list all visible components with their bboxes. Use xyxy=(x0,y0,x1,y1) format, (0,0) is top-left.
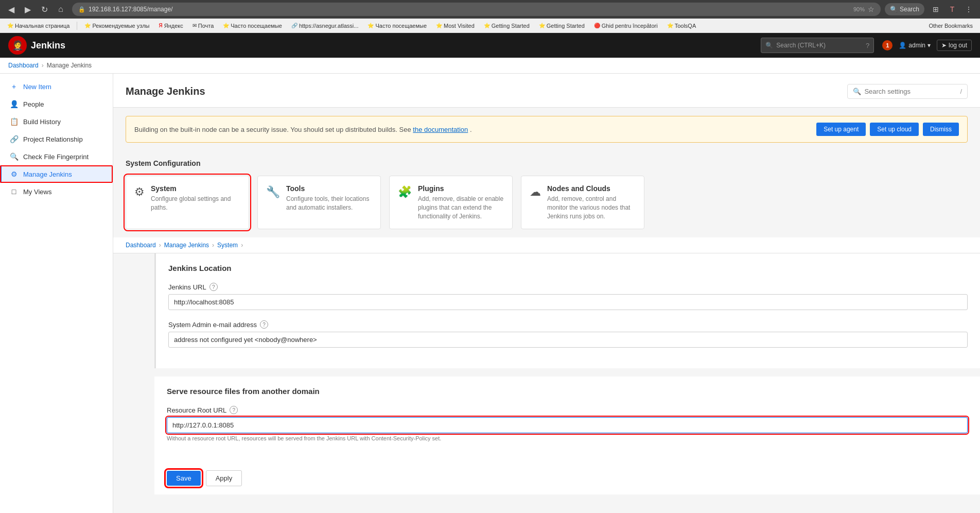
jenkins-header: 🤵 Jenkins 🔍 ? 1 👤 admin ▾ ➤ log out xyxy=(0,33,980,58)
system-card[interactable]: ⚙ System Configure global settings and p… xyxy=(126,176,249,229)
save-button[interactable]: Save xyxy=(167,471,201,486)
sidebar: + New Item 👤 People 📋 Build History 🔗 Pr… xyxy=(0,74,113,513)
tools-card-icon: 🔧 xyxy=(266,185,280,199)
recommended-icon: ⭐ xyxy=(84,23,91,28)
warning-doc-link[interactable]: the documentation xyxy=(413,126,468,133)
toolsqa-icon: ⭐ xyxy=(667,23,673,28)
system-card-content: System Configure global settings and pat… xyxy=(151,184,240,212)
menu-button[interactable]: ⋮ xyxy=(961,2,976,16)
home-button[interactable]: ⌂ xyxy=(54,2,68,16)
content-breadcrumb-system[interactable]: System xyxy=(217,242,238,249)
content-breadcrumb-manage[interactable]: Manage Jenkins xyxy=(164,242,209,249)
bookmark-frequent2[interactable]: ⭐ Часто посещаемые xyxy=(364,22,430,30)
resource-url-group: Resource Root URL ? Without a resource r… xyxy=(167,406,968,441)
forward-button[interactable]: ▶ xyxy=(21,2,35,16)
breadcrumb-dashboard[interactable]: Dashboard xyxy=(8,62,39,69)
sidebar-item-my-views[interactable]: □ My Views xyxy=(0,183,113,200)
logout-button[interactable]: ➤ log out xyxy=(937,40,972,51)
jenkins-search-input[interactable] xyxy=(776,42,863,49)
bookmark-atlassian[interactable]: 🔗 https://asnegur.atlassi... xyxy=(288,22,362,30)
sidebar-item-project-relationship[interactable]: 🔗 Project Relationship xyxy=(0,130,113,148)
tools-card[interactable]: 🔧 Tools Configure tools, their locations… xyxy=(257,176,381,229)
system-card-icon: ⚙ xyxy=(134,185,145,199)
jenkins-url-input[interactable] xyxy=(168,294,968,310)
jenkins-logo[interactable]: 🤵 Jenkins xyxy=(8,36,65,55)
most-visited-icon: ⭐ xyxy=(436,23,442,28)
back-button[interactable]: ◀ xyxy=(4,2,19,16)
system-card-title: System xyxy=(151,184,240,193)
mail-icon: ✉ xyxy=(192,23,197,28)
page-title: Manage Jenkins xyxy=(126,86,205,97)
serve-resource-title: Serve resource files from another domain xyxy=(167,387,968,396)
getting-started-2-icon: ⭐ xyxy=(539,23,545,28)
jenkins-search-help[interactable]: ? xyxy=(866,42,869,49)
resource-url-hint: Without a resource root URL, resources w… xyxy=(167,435,968,441)
resource-url-help-icon[interactable]: ? xyxy=(230,406,238,414)
check-file-icon: 🔍 xyxy=(10,152,18,161)
sidebar-item-people[interactable]: 👤 People xyxy=(0,95,113,113)
bookmark-mail[interactable]: ✉ Почта xyxy=(189,22,217,30)
security-badge[interactable]: 1 xyxy=(882,40,892,50)
bookmark-toolsqa[interactable]: ⭐ ToolsQA xyxy=(664,22,699,30)
refresh-button[interactable]: ↻ xyxy=(37,2,51,16)
admin-email-input[interactable] xyxy=(168,332,968,348)
tools-card-title: Tools xyxy=(286,184,372,193)
search-settings-help[interactable]: / xyxy=(960,88,962,95)
content-breadcrumb-sep2: › xyxy=(212,242,214,249)
tools-card-desc: Configure tools, their locations and aut… xyxy=(286,195,372,212)
jenkins-location-title: Jenkins Location xyxy=(168,264,968,272)
sidebar-item-build-history[interactable]: 📋 Build History xyxy=(0,113,113,130)
admin-button[interactable]: 👤 admin ▾ xyxy=(899,42,931,49)
config-cards: ⚙ System Configure global settings and p… xyxy=(126,176,968,229)
jenkins-search-box[interactable]: 🔍 ? xyxy=(761,38,874,53)
browser-actions: ⊞ T ⋮ xyxy=(929,2,976,16)
bookmark-recommended[interactable]: ⭐ Рекомендуемые узлы xyxy=(81,22,152,30)
search-settings-icon: 🔍 xyxy=(853,88,861,95)
search-icon: 🔍 xyxy=(890,6,898,13)
sidebar-people-label: People xyxy=(23,100,44,108)
browser-search-button[interactable]: 🔍 Search xyxy=(885,3,924,15)
bookmark-getting-started-1[interactable]: ⭐ Getting Started xyxy=(481,22,533,30)
bookmark-most-visited[interactable]: ⭐ Most Visited xyxy=(433,22,478,30)
search-settings-box[interactable]: 🔍 / xyxy=(847,84,968,99)
plugins-card[interactable]: 🧩 Plugins Add, remove, disable or enable… xyxy=(389,176,513,229)
bookmark-yandex[interactable]: Я Яндекс xyxy=(156,22,186,30)
resource-url-input[interactable] xyxy=(167,417,968,433)
address-bar[interactable]: 🔒 192.168.16.127:8085/manage/ 90% ☆ xyxy=(72,3,881,16)
admin-email-help-icon[interactable]: ? xyxy=(260,320,268,329)
nodes-card[interactable]: ☁ Nodes and Clouds Add, remove, control … xyxy=(521,176,644,229)
jenkins-url-help-icon[interactable]: ? xyxy=(209,283,218,291)
star-icon[interactable]: ☆ xyxy=(868,5,874,13)
bookmark-frequent[interactable]: ⭐ Часто посещаемые xyxy=(220,22,285,30)
jenkins-location-section: Jenkins Location Jenkins URL ? System Ad… xyxy=(154,253,980,368)
nodes-card-icon: ☁ xyxy=(530,185,541,199)
search-settings-input[interactable] xyxy=(864,88,957,95)
new-item-icon: + xyxy=(10,82,18,91)
address-text: 192.168.16.127:8085/manage/ xyxy=(89,6,850,13)
lock-icon: 🔒 xyxy=(78,6,85,13)
sidebar-item-manage-jenkins[interactable]: ⚙ Manage Jenkins xyxy=(0,165,113,183)
bookmark-home[interactable]: ⭐ Начальная страница xyxy=(4,22,73,30)
home-bookmark-icon: ⭐ xyxy=(7,23,13,28)
dismiss-button[interactable]: Dismiss xyxy=(923,123,959,136)
content-breadcrumb-dashboard[interactable]: Dashboard xyxy=(126,242,156,249)
admin-email-group: System Admin e-mail address ? xyxy=(168,320,968,348)
sidebar-manage-jenkins-label: Manage Jenkins xyxy=(23,170,72,178)
warning-buttons: Set up agent Set up cloud Dismiss xyxy=(816,123,959,136)
apply-button[interactable]: Apply xyxy=(206,470,242,486)
extensions-button[interactable]: ⊞ xyxy=(929,2,943,16)
zoom-level: 90% xyxy=(853,6,865,12)
header-actions: 1 👤 admin ▾ ➤ log out xyxy=(882,40,972,51)
sidebar-project-relationship-label: Project Relationship xyxy=(23,135,83,143)
admin-email-label: System Admin e-mail address ? xyxy=(168,320,968,329)
setup-agent-button[interactable]: Set up agent xyxy=(816,123,866,136)
sidebar-item-check-file-fingerprint[interactable]: 🔍 Check File Fingerprint xyxy=(0,148,113,165)
other-bookmarks[interactable]: Other Bookmarks xyxy=(925,22,976,30)
bookmark-ghid[interactable]: 🔴 Ghid pentru începători xyxy=(591,22,661,30)
setup-cloud-button[interactable]: Set up cloud xyxy=(870,123,919,136)
profile-button[interactable]: T xyxy=(945,2,959,16)
jenkins-url-label: Jenkins URL ? xyxy=(168,283,968,291)
sidebar-item-new-item[interactable]: + New Item xyxy=(0,78,113,95)
bookmark-getting-started-2[interactable]: ⭐ Getting Started xyxy=(536,22,588,30)
browser-chrome: ◀ ▶ ↻ ⌂ 🔒 192.168.16.127:8085/manage/ 90… xyxy=(0,0,980,19)
